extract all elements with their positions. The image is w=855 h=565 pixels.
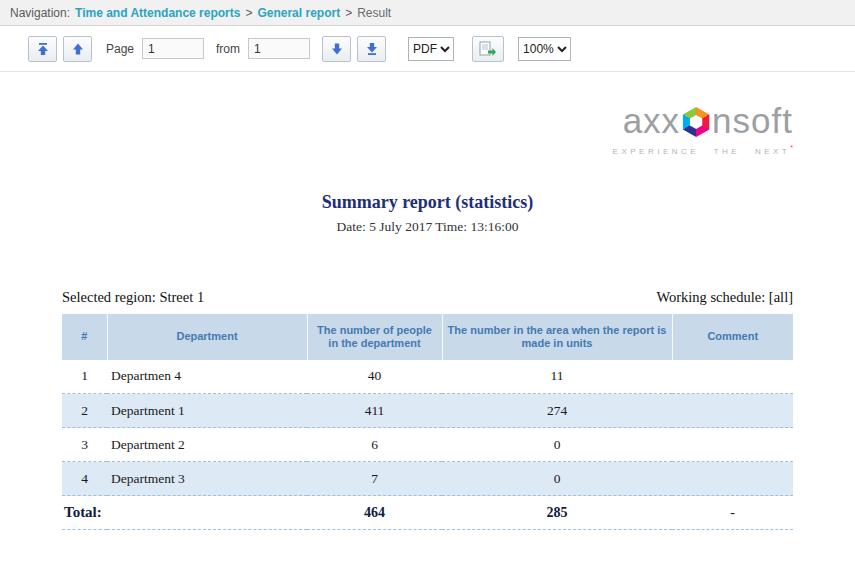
nav-current-result: Result <box>357 6 391 20</box>
report-meta-row: Selected region: Street 1 Working schedu… <box>62 289 793 306</box>
breadcrumb: Navigation: Time and Attendance reports … <box>0 0 855 26</box>
table-row: 2 Department 1 411 274 <box>62 394 793 428</box>
cell-comment <box>672 462 793 496</box>
cell-comment <box>672 394 793 428</box>
table-row: 4 Department 3 7 0 <box>62 462 793 496</box>
last-page-button[interactable] <box>357 36 386 62</box>
report-subtitle: Date: 5 July 2017 Time: 13:16:00 <box>0 219 855 235</box>
total-pages-input[interactable] <box>248 38 310 59</box>
prev-page-icon <box>71 42 85 56</box>
first-page-button[interactable] <box>28 36 57 62</box>
from-label: from <box>216 42 240 56</box>
cell-number: 4 <box>62 462 107 496</box>
nav-link-time-attendance-reports[interactable]: Time and Attendance reports <box>75 6 240 20</box>
total-comment: - <box>672 496 793 530</box>
cell-in-area: 0 <box>442 462 672 496</box>
prev-page-button[interactable] <box>63 36 92 62</box>
selected-region-label: Selected region: Street 1 <box>62 289 204 306</box>
cell-people: 7 <box>307 462 442 496</box>
summary-report-table: # Department The number of people in the… <box>62 314 793 531</box>
report-page: axx nsoft EXPERIENCE THE NEXT* Summary r… <box>0 72 855 565</box>
page-label: Page <box>106 42 134 56</box>
total-row: Total: 464 285 - <box>62 496 793 530</box>
table-row: 3 Department 2 6 0 <box>62 428 793 462</box>
logo-tagline: EXPERIENCE THE NEXT* <box>613 144 793 156</box>
page-input[interactable] <box>142 38 204 59</box>
logo-text-left: axx <box>623 104 680 138</box>
logo-hexagon-icon <box>681 107 711 137</box>
cell-department: Department 1 <box>107 394 307 428</box>
cell-number: 1 <box>62 360 107 394</box>
last-page-icon <box>365 42 379 56</box>
export-icon <box>479 41 497 57</box>
cell-people: 40 <box>307 360 442 394</box>
column-header-in-area-count: The number in the area when the report i… <box>442 314 672 360</box>
next-page-icon <box>330 42 344 56</box>
nav-separator: > <box>245 6 252 20</box>
cell-in-area: 274 <box>442 394 672 428</box>
total-people: 464 <box>307 496 442 530</box>
cell-department: Department 2 <box>107 428 307 462</box>
cell-in-area: 11 <box>442 360 672 394</box>
cell-comment <box>672 360 793 394</box>
column-header-number: # <box>62 314 107 360</box>
report-toolbar: Page from PDF 100% <box>0 26 855 72</box>
total-in-area: 285 <box>442 496 672 530</box>
nav-separator: > <box>345 6 352 20</box>
export-button[interactable] <box>472 36 504 62</box>
logo-text-right: nsoft <box>712 104 793 138</box>
axxonsoft-logo: axx nsoft EXPERIENCE THE NEXT* <box>0 72 855 156</box>
cell-number: 3 <box>62 428 107 462</box>
cell-number: 2 <box>62 394 107 428</box>
working-schedule-label: Working schedule: [all] <box>656 289 793 306</box>
cell-in-area: 0 <box>442 428 672 462</box>
nav-link-general-report[interactable]: General report <box>257 6 340 20</box>
format-select[interactable]: PDF <box>408 37 454 61</box>
first-page-icon <box>36 42 50 56</box>
zoom-select[interactable]: 100% <box>518 37 571 61</box>
cell-comment <box>672 428 793 462</box>
next-page-button[interactable] <box>322 36 351 62</box>
cell-people: 6 <box>307 428 442 462</box>
tagline-mark: * <box>790 144 793 151</box>
cell-department: Departmen 4 <box>107 360 307 394</box>
table-header-row: # Department The number of people in the… <box>62 314 793 360</box>
cell-people: 411 <box>307 394 442 428</box>
cell-department: Department 3 <box>107 462 307 496</box>
column-header-department: Department <box>107 314 307 360</box>
total-label: Total: <box>62 496 307 530</box>
column-header-comment: Comment <box>672 314 793 360</box>
column-header-people-count: The number of people in the department <box>307 314 442 360</box>
report-title: Summary report (statistics) <box>0 192 855 213</box>
nav-label: Navigation: <box>10 6 70 20</box>
table-row: 1 Departmen 4 40 11 <box>62 360 793 394</box>
